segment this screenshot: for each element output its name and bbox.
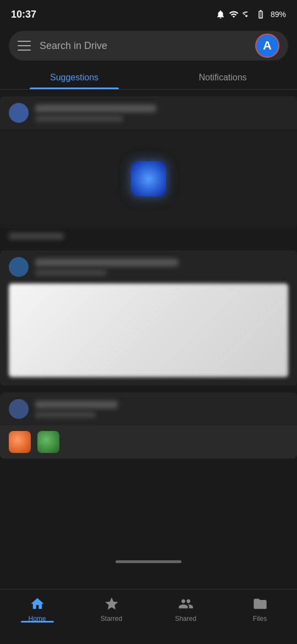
alarm-icon <box>216 9 226 19</box>
home-active-indicator <box>21 621 54 623</box>
star-icon <box>104 596 119 612</box>
file-preview-3 <box>0 425 297 459</box>
home-icon <box>30 596 45 612</box>
file-icon-3 <box>9 399 29 419</box>
file-card-3-header <box>0 392 297 425</box>
nav-label-starred: Starred <box>101 615 122 623</box>
avatar[interactable]: A <box>255 34 279 58</box>
status-time: 10:37 <box>11 9 36 20</box>
file-subtitle-2 <box>35 270 107 276</box>
file-info-2 <box>35 259 178 276</box>
file-card-2-header <box>0 250 297 283</box>
tab-suggestions[interactable]: Suggestions <box>0 65 148 89</box>
preview-dot-orange <box>9 431 31 453</box>
file-subtitle-3 <box>35 412 96 418</box>
main-content <box>0 90 297 569</box>
wifi-icon <box>229 9 239 19</box>
nav-item-shared[interactable]: Shared <box>148 596 223 623</box>
file-title-1 <box>35 105 156 112</box>
battery-icon <box>254 9 267 19</box>
scroll-indicator <box>116 560 182 563</box>
search-bar[interactable]: Search in Drive A <box>9 31 288 61</box>
file-preview-2-container <box>0 283 297 386</box>
file-card-1[interactable] <box>0 96 297 228</box>
file-card-1-header <box>0 96 297 129</box>
tabs-container: Suggestions Notifications <box>0 65 297 90</box>
nav-label-shared: Shared <box>175 615 196 623</box>
file-title-3 <box>35 401 118 408</box>
section-label-1 <box>9 233 64 239</box>
file-info-1 <box>35 105 156 122</box>
nav-item-starred[interactable]: Starred <box>74 596 148 623</box>
bottom-nav: Home Starred Shared Files <box>0 589 297 644</box>
file-thumbnail-1 <box>131 161 166 197</box>
people-icon <box>178 596 194 612</box>
nav-item-home[interactable]: Home <box>0 596 74 623</box>
file-title-2 <box>35 259 178 266</box>
file-info-3 <box>35 401 118 418</box>
file-preview-1 <box>0 129 297 228</box>
search-input[interactable]: Search in Drive <box>40 40 255 52</box>
status-icons: 89% <box>216 9 286 19</box>
signal-icon <box>242 9 251 19</box>
folder-icon <box>252 596 268 612</box>
tab-notifications[interactable]: Notifications <box>148 65 297 89</box>
nav-item-files[interactable]: Files <box>223 596 297 623</box>
menu-icon[interactable] <box>18 41 31 51</box>
file-subtitle-1 <box>35 116 123 122</box>
nav-label-files: Files <box>253 615 267 623</box>
battery-level: 89% <box>271 10 286 19</box>
status-bar: 10:37 89% <box>0 0 297 26</box>
file-icon-2 <box>9 257 29 277</box>
file-preview-2 <box>9 283 288 377</box>
file-card-2[interactable] <box>0 250 297 386</box>
file-card-3[interactable] <box>0 392 297 459</box>
preview-dot-green <box>37 431 59 453</box>
file-icon-1 <box>9 103 29 123</box>
